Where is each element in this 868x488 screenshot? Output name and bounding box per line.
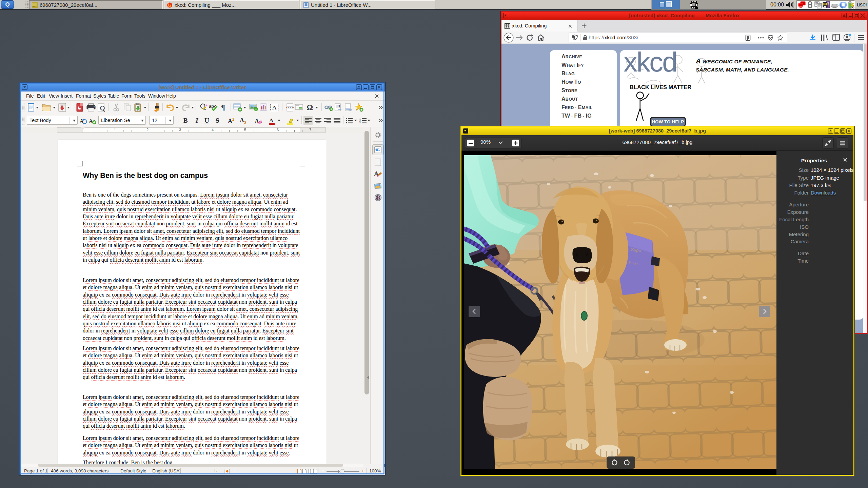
svg-text:¶: ¶ [221, 103, 225, 111]
svg-text:1: 1 [338, 104, 340, 108]
svg-text:A: A [89, 118, 93, 124]
svg-text:A: A [272, 104, 277, 111]
svg-text:A: A [269, 117, 274, 124]
svg-text:3: 3 [359, 122, 361, 124]
svg-text:A: A [255, 118, 259, 125]
svg-text:Ω: Ω [307, 103, 313, 112]
